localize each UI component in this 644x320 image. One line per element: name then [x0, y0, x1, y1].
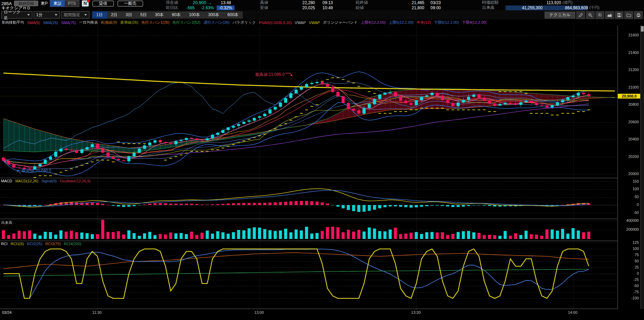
chevron-down-icon: [27, 14, 30, 16]
legend-item: ボリンジャーバンド: [323, 20, 358, 25]
interval-dropdown[interactable]: 1分: [34, 11, 60, 19]
volume-turnover-box: 41,255,300 864,983,609: [505, 5, 588, 10]
change-percent-secondary: -0.32%: [217, 5, 234, 10]
legend-item: 下限4(12,2.00): [462, 20, 487, 25]
draw-pencil-icon[interactable]: [576, 11, 585, 19]
axis-label: 20600: [628, 120, 639, 124]
legend-item: 先行スパン2(52): [173, 20, 200, 25]
legend-item: 中央(12): [417, 20, 431, 25]
news-icon[interactable]: N: [82, 0, 89, 7]
price-chart-canvas[interactable]: [0, 25, 618, 178]
legend-item: 基準線(26): [120, 20, 139, 25]
period-select-label: 期間指定: [64, 12, 80, 18]
legend-item: 先行スパン1(26): [141, 20, 169, 25]
axis-label: 50: [635, 195, 639, 199]
axis-label: -75: [633, 290, 639, 294]
period-tab-5日[interactable]: 5日: [136, 11, 151, 19]
axis-label: 100: [633, 187, 639, 191]
legend-item: 転換線(9): [101, 20, 117, 25]
market-cap-value: 113,920: [503, 0, 561, 5]
folder-icon[interactable]: [624, 11, 633, 19]
open-time: 09:00: [424, 5, 441, 10]
low-time: 10:49: [315, 5, 333, 10]
prev-close-date: 03/23: [424, 0, 441, 5]
axis-label: -50: [633, 210, 639, 215]
session-high-label: 最高値:21,095.0: [255, 72, 285, 78]
turnover-value: 864,983,609: [543, 5, 588, 10]
zoom-icon[interactable]: [586, 11, 594, 19]
period-tab-600本[interactable]: 600本: [223, 11, 243, 19]
period-tab-300本[interactable]: 300本: [204, 11, 223, 19]
price-axis-column: 20,900.0 2160021400212002100020800206002…: [618, 25, 641, 309]
legend-item: 遅行スパン(26): [204, 20, 229, 25]
scrollbar-thumb[interactable]: [641, 26, 644, 32]
quote-openclose-group: 前終値 21,465 03/23 始値 21,800 09:00: [356, 0, 441, 10]
chart-type-dropdown[interactable]: ローソク足: [1, 11, 32, 19]
volume-value: 41,255,300: [505, 5, 543, 10]
vertical-scrollbar[interactable]: [640, 25, 644, 309]
rci-legend-item: RCI2(25): [27, 242, 42, 246]
quote-current-group: 現在値 20,900 → 13:48 前日比 -565 -2.63% -0.32…: [160, 0, 234, 10]
low-label: 安値: [260, 5, 274, 11]
change-label: 前日比: [160, 5, 178, 11]
exchange-tab-tse[interactable]: 東証: [50, 0, 65, 7]
macd-canvas[interactable]: [0, 178, 618, 219]
volume-kanji-icon[interactable]: 出: [596, 11, 604, 19]
panel-separator: [0, 178, 644, 178]
axis-label: 75: [635, 253, 639, 257]
period-tab-100本[interactable]: 100本: [185, 11, 204, 19]
save-icon[interactable]: [615, 11, 623, 19]
period-tab-3日[interactable]: 3日: [121, 11, 136, 19]
period-tab-1日[interactable]: 1日: [92, 11, 107, 19]
chevron-down-icon: [55, 14, 57, 16]
session-low-annotation: 最安値:20,040.0: [16, 168, 51, 174]
low-value: 20,025: [274, 5, 315, 10]
legend-item: 単純移動平均: [1, 20, 24, 25]
session-low-label: 最安値:20,040.0: [22, 168, 51, 174]
legend-item: PSAR(0.0200,0.20): [259, 21, 292, 25]
area-chart-icon[interactable]: [605, 11, 614, 19]
axis-label: 21600: [628, 33, 639, 37]
rci-legend-item: RCI1(5): [11, 242, 24, 246]
axis-label: 0: [637, 271, 639, 275]
current-price-value: 20,900: [178, 0, 206, 5]
volume-canvas[interactable]: [0, 219, 618, 241]
axis-label: 20800: [628, 102, 639, 106]
general-sell-button[interactable]: 一般売: [118, 1, 143, 7]
margin-button[interactable]: 貸借: [92, 1, 114, 7]
axis-label: 25: [635, 265, 639, 269]
legend-item: SMA(25): [43, 21, 58, 25]
period-select-dropdown[interactable]: 期間指定: [61, 11, 89, 19]
rci-canvas[interactable]: [0, 241, 618, 309]
volume-panel-title: 出来高: [0, 220, 12, 225]
axis-label: 20000: [628, 172, 639, 176]
legend-item: VWAP: [295, 21, 306, 25]
axis-label: 21400: [628, 50, 639, 55]
macd-legend-item: MACD(12,26): [15, 179, 38, 183]
interval-value: 1分: [36, 12, 43, 18]
axis-label: 21000: [628, 85, 639, 89]
chevron-down-icon: [84, 14, 87, 16]
axis-label: -100: [631, 296, 639, 300]
rci-legend-item: RCI: [1, 242, 8, 246]
prev-close-value: 21,465: [373, 0, 424, 5]
date-label: 03/24: [2, 310, 12, 315]
time-tick-label: 14:00: [568, 310, 578, 315]
axis-label: 150: [633, 179, 639, 183]
open-value: 21,800: [373, 5, 424, 10]
quote-volume-group: 時価総額 113,920 (億円) 出来高 41,255,300 864,983…: [482, 0, 599, 10]
legend-item: 上限4(12,2.00): [361, 20, 385, 25]
period-tab-30本[interactable]: 30本: [151, 11, 168, 19]
annotation-arrow-icon: [16, 169, 21, 174]
technical-button[interactable]: テクニカル: [545, 12, 575, 19]
chart-type-value: ローソク足: [4, 9, 24, 21]
period-tab-2日[interactable]: 2日: [107, 11, 122, 19]
period-tab-60本[interactable]: 60本: [168, 11, 185, 19]
legend-item: SMA(5): [27, 21, 40, 25]
print-icon[interactable]: [634, 11, 643, 19]
exchange-tab-pts[interactable]: PTS: [65, 0, 79, 7]
market-cap-unit: (億円): [563, 0, 572, 5]
macd-legend-item: Oscillator(12,26,9): [60, 179, 91, 183]
market-segment: 東P: [41, 1, 47, 7]
time-tick-label: 11:30: [92, 310, 102, 315]
